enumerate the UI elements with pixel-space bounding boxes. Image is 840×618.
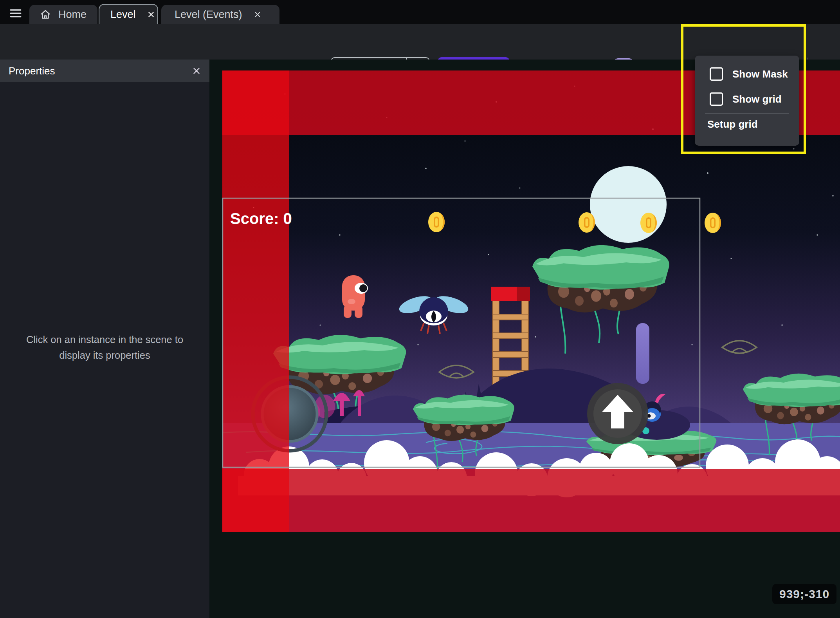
toolbar: Preview Publish	[0, 24, 840, 60]
coin-sprite[interactable]	[579, 212, 595, 233]
setup-grid-option[interactable]: Setup grid	[707, 118, 758, 130]
jump-button-sprite[interactable]	[587, 383, 648, 444]
tab-level-events-close-icon[interactable]	[252, 9, 263, 20]
grid-options-menu: Show Mask Show grid Setup grid	[695, 56, 799, 146]
red-zone-left[interactable]	[222, 70, 289, 532]
tab-level-close-icon[interactable]	[146, 9, 156, 20]
show-mask-label: Show Mask	[732, 68, 788, 80]
waterfall-decoration	[636, 323, 649, 384]
properties-empty-hint: Click on an instance in the scene to dis…	[16, 332, 194, 363]
tab-home[interactable]: Home	[29, 5, 97, 24]
properties-panel-header: Properties	[0, 60, 209, 82]
home-icon	[40, 9, 51, 20]
properties-close-icon[interactable]	[191, 65, 202, 77]
tab-home-label: Home	[58, 9, 87, 21]
coin-sprite[interactable]	[705, 213, 721, 233]
coin-sprite[interactable]	[640, 213, 657, 233]
menu-divider	[705, 113, 789, 114]
tab-level-active[interactable]: Level	[99, 4, 158, 24]
show-grid-label: Show grid	[732, 93, 782, 105]
coin-sprite[interactable]	[428, 212, 445, 232]
tab-level-label: Level	[110, 9, 136, 21]
moon-sprite[interactable]	[590, 166, 667, 243]
properties-panel-title: Properties	[9, 65, 55, 77]
tab-level-events[interactable]: Level (Events)	[161, 5, 279, 24]
show-grid-checkbox[interactable]	[710, 92, 723, 106]
tab-level-events-label: Level (Events)	[175, 9, 242, 21]
main-menu-icon[interactable]	[8, 7, 25, 20]
show-mask-checkbox[interactable]	[710, 67, 723, 81]
show-grid-option[interactable]: Show grid	[710, 92, 782, 106]
properties-panel: Properties Click on an instance in the s…	[0, 60, 209, 618]
red-zone-bottom[interactable]	[222, 469, 840, 532]
tab-bar: Home Level Level (Events)	[0, 0, 840, 24]
show-mask-option[interactable]: Show Mask	[710, 67, 788, 81]
score-text: Score: 0	[230, 210, 292, 227]
app-window: Home Level Level (Events) Preview	[0, 0, 840, 618]
cursor-coordinates-badge: 939;-310	[772, 584, 836, 604]
